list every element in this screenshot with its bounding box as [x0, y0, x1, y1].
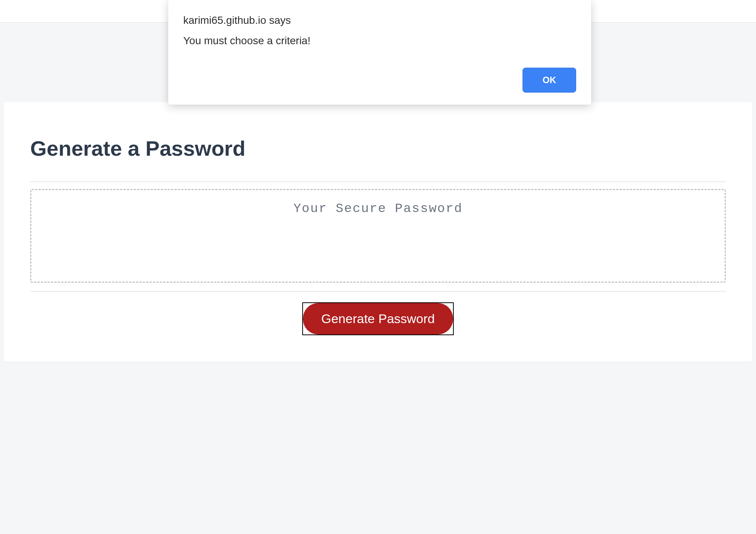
generate-button-focus-ring: Generate Password: [302, 302, 454, 335]
button-row: Generate Password: [30, 302, 726, 335]
alert-ok-button[interactable]: OK: [523, 68, 576, 93]
password-card: Generate a Password Generate Password: [4, 102, 752, 362]
card-title: Generate a Password: [30, 136, 726, 161]
alert-origin: karimi65.github.io says: [183, 14, 576, 26]
generate-password-button[interactable]: Generate Password: [303, 303, 453, 334]
alert-dialog: karimi65.github.io says You must choose …: [168, 0, 591, 105]
password-output[interactable]: [30, 189, 726, 283]
alert-message: You must choose a criteria!: [183, 35, 576, 47]
divider-top: [30, 181, 726, 182]
divider-bottom: [30, 291, 726, 292]
alert-actions: OK: [183, 68, 576, 93]
